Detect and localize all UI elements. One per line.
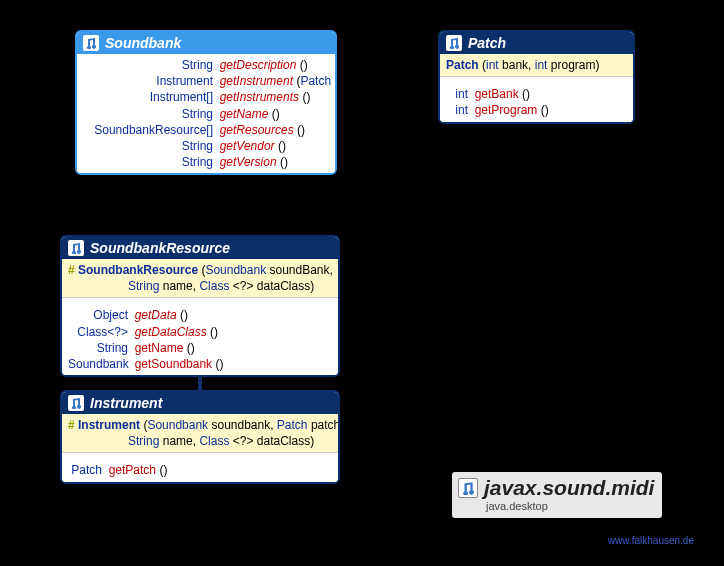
method-row: Soundbank getSoundbank () xyxy=(68,356,332,372)
method-row: String getName () xyxy=(68,340,332,356)
method-row: SoundbankResource[] getResources () xyxy=(83,122,329,138)
constructor-row-cont: String name, Class <?> dataClass) xyxy=(68,433,332,449)
method-row: int getBank () xyxy=(446,86,627,102)
method-row: Instrument getInstrument (Patch patch) xyxy=(83,73,329,89)
method-row: String getDescription () xyxy=(83,57,329,73)
class-title: Instrument xyxy=(90,395,162,411)
class-soundbank: Soundbank String getDescription () Instr… xyxy=(75,30,337,175)
method-section: int getBank () int getProgram () xyxy=(440,77,633,121)
class-instrument: Instrument # Instrument (Soundbank sound… xyxy=(60,390,340,484)
class-header: Patch xyxy=(440,32,633,54)
class-header: Soundbank xyxy=(77,32,335,54)
music-icon xyxy=(68,240,84,256)
class-title: Soundbank xyxy=(105,35,181,51)
package-module: java.desktop xyxy=(486,500,654,512)
method-row: String getVendor () xyxy=(83,138,329,154)
class-title: SoundbankResource xyxy=(90,240,230,256)
method-row: Class<?> getDataClass () xyxy=(68,324,332,340)
constructor-section: # SoundbankResource (Soundbank soundBank… xyxy=(62,259,338,298)
constructor-row: # Instrument (Soundbank soundbank, Patch… xyxy=(68,417,332,433)
music-icon xyxy=(458,478,478,498)
constructor-row: # SoundbankResource (Soundbank soundBank… xyxy=(68,262,332,278)
class-header: Instrument xyxy=(62,392,338,414)
class-patch: Patch Patch (int bank, int program) int … xyxy=(438,30,635,124)
constructor-section: Patch (int bank, int program) xyxy=(440,54,633,77)
method-section: Object getData () Class<?> getDataClass … xyxy=(62,298,338,375)
class-header: SoundbankResource xyxy=(62,237,338,259)
package-name: javax.sound.midi xyxy=(484,476,654,500)
music-icon xyxy=(68,395,84,411)
method-section: String getDescription () Instrument getI… xyxy=(77,54,335,173)
music-icon xyxy=(446,35,462,51)
footer-link[interactable]: www.falkhausen.de xyxy=(608,535,694,546)
package-title: javax.sound.midi xyxy=(458,476,654,500)
method-row: Object getData () xyxy=(68,307,332,323)
method-row: String getVersion () xyxy=(83,154,329,170)
constructor-row: Patch (int bank, int program) xyxy=(446,57,627,73)
music-icon xyxy=(83,35,99,51)
method-row: Instrument[] getInstruments () xyxy=(83,89,329,105)
method-section: Patch getPatch () xyxy=(62,453,338,481)
constructor-section: # Instrument (Soundbank soundbank, Patch… xyxy=(62,414,338,453)
constructor-row-cont: String name, Class <?> dataClass) xyxy=(68,278,332,294)
package-label: javax.sound.midi java.desktop xyxy=(452,472,662,518)
class-soundbankresource: SoundbankResource # SoundbankResource (S… xyxy=(60,235,340,377)
class-title: Patch xyxy=(468,35,506,51)
method-row: int getProgram () xyxy=(446,102,627,118)
method-row: String getName () xyxy=(83,106,329,122)
method-row: Patch getPatch () xyxy=(68,462,332,478)
